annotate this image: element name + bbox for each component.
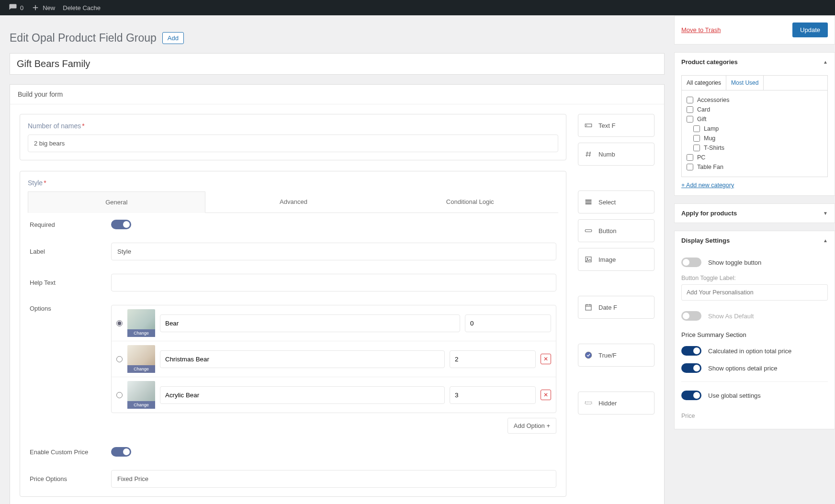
admin-bar-comments[interactable]: 0	[5, 3, 27, 12]
cat-item[interactable]: Lamp	[693, 124, 823, 134]
list-icon	[584, 198, 593, 206]
price-options-label: Price Options	[30, 475, 102, 482]
option-name-input[interactable]	[160, 314, 460, 332]
tab-general[interactable]: General	[28, 191, 205, 213]
admin-bar-new[interactable]: New	[27, 3, 59, 12]
field-type-hidden[interactable]: Hidder	[578, 392, 654, 414]
divider	[681, 381, 828, 382]
options-list: Change Change	[111, 305, 556, 413]
svg-rect-5	[585, 230, 592, 232]
price-options-select[interactable]	[111, 470, 556, 488]
cat-checkbox[interactable]	[687, 116, 693, 123]
button-toggle-label-input[interactable]	[681, 284, 828, 301]
svg-rect-2	[586, 200, 591, 201]
option-delete-icon[interactable]: ✕	[541, 354, 551, 364]
field-type-date[interactable]: Date F	[578, 296, 654, 319]
option-thumbnail[interactable]: Change	[127, 309, 155, 337]
admin-bar-delete-cache[interactable]: Delete Cache	[59, 4, 104, 11]
calc-total-toggle[interactable]	[681, 346, 701, 356]
image-icon	[584, 255, 593, 264]
cat-checkbox[interactable]	[687, 154, 693, 161]
add-option-button[interactable]: Add Option +	[508, 418, 556, 434]
show-toggle-button-toggle[interactable]	[681, 258, 701, 267]
button-icon	[584, 226, 593, 235]
cat-checkbox[interactable]	[687, 106, 693, 113]
tab-conditional[interactable]: Conditional Logic	[382, 191, 558, 213]
show-as-default-toggle[interactable]	[681, 311, 701, 321]
thumb-change-label: Change	[127, 401, 155, 409]
use-global-label: Use global settings	[708, 392, 761, 399]
field-number-of-names: Number of names*	[20, 114, 566, 160]
field-type-button[interactable]: Button	[578, 219, 654, 242]
option-name-input[interactable]	[160, 386, 445, 404]
tab-advanced[interactable]: Advanced	[205, 191, 382, 213]
cat-item[interactable]: Table Fan	[687, 162, 823, 172]
option-thumbnail[interactable]: Change	[127, 381, 155, 409]
show-detail-label: Show options detail price	[708, 365, 778, 372]
cat-checkbox[interactable]	[693, 145, 700, 151]
cat-item[interactable]: T-Shirts	[693, 143, 823, 153]
hash-icon	[584, 150, 593, 158]
option-radio[interactable]	[116, 320, 123, 326]
admin-bar: 0 New Delete Cache	[0, 0, 835, 15]
calc-total-label: Calculated in option total price	[708, 347, 791, 355]
option-row: Change ✕	[112, 341, 556, 377]
enable-custom-price-toggle[interactable]	[111, 447, 131, 457]
label-input[interactable]	[111, 243, 556, 260]
option-radio[interactable]	[116, 356, 123, 362]
option-value-input[interactable]	[450, 386, 536, 404]
cat-checkbox[interactable]	[687, 164, 693, 170]
cat-item[interactable]: Card	[687, 105, 823, 114]
use-global-toggle[interactable]	[681, 391, 701, 400]
option-value-input[interactable]	[450, 350, 536, 368]
field-type-select[interactable]: Select	[578, 190, 654, 213]
option-value-input[interactable]	[465, 314, 551, 332]
cat-checkbox[interactable]	[687, 97, 693, 103]
cat-item[interactable]: Mug	[693, 134, 823, 143]
svg-point-12	[585, 352, 592, 358]
cat-item[interactable]: Gift	[687, 114, 823, 124]
field-style: Style* General Advanced Conditional Logi…	[20, 171, 566, 497]
caret-up-icon: ▲	[823, 238, 828, 243]
input-number-of-names[interactable]	[28, 134, 558, 152]
product-categories-header[interactable]: Product categories▲	[675, 53, 835, 71]
cat-checkbox[interactable]	[693, 135, 700, 142]
add-new-category-link[interactable]: + Add new category	[681, 182, 734, 189]
field-type-image[interactable]: Image	[578, 248, 654, 271]
product-categories-box: Product categories▲ All categories Most …	[674, 52, 835, 196]
show-toggle-button-label: Show toggle button	[708, 259, 761, 266]
add-new-button[interactable]: Add	[162, 32, 184, 44]
option-delete-icon[interactable]: ✕	[541, 390, 551, 400]
cat-tab-mostused[interactable]: Most Used	[726, 76, 764, 90]
comments-count: 0	[20, 4, 23, 11]
svg-point-7	[587, 258, 588, 259]
plus-icon	[31, 3, 40, 12]
cat-checkbox[interactable]	[693, 125, 700, 132]
cat-tab-all[interactable]: All categories	[682, 76, 726, 90]
svg-rect-0	[585, 124, 592, 127]
field-type-truefalse[interactable]: True/F	[578, 344, 654, 367]
display-settings-header[interactable]: Display Settings▲	[675, 231, 835, 250]
group-title-input[interactable]	[10, 53, 665, 75]
help-text-label: Help Text	[30, 279, 102, 286]
publish-box: Move to Trash Update	[674, 15, 835, 45]
show-detail-toggle[interactable]	[681, 363, 701, 373]
svg-rect-4	[586, 203, 591, 204]
option-row: Change ✕	[112, 377, 556, 413]
required-toggle[interactable]	[111, 220, 131, 229]
cat-item[interactable]: PC	[687, 153, 823, 162]
option-radio[interactable]	[116, 392, 123, 398]
svg-rect-13	[585, 402, 592, 404]
field-type-number[interactable]: Numb	[578, 143, 654, 166]
option-thumbnail[interactable]: Change	[127, 345, 155, 373]
category-list: Accessories Card Gift Lamp Mug T-Shirts …	[681, 90, 828, 177]
apply-for-products-header[interactable]: Apply for products▼	[675, 204, 835, 223]
option-name-input[interactable]	[160, 350, 445, 368]
hidden-icon	[584, 399, 593, 407]
help-text-input[interactable]	[111, 274, 556, 291]
show-as-default-label: Show As Default	[708, 313, 754, 320]
field-type-text[interactable]: Text F	[578, 114, 654, 137]
update-button[interactable]: Update	[792, 22, 828, 37]
cat-item[interactable]: Accessories	[687, 95, 823, 105]
move-to-trash-link[interactable]: Move to Trash	[681, 26, 721, 34]
